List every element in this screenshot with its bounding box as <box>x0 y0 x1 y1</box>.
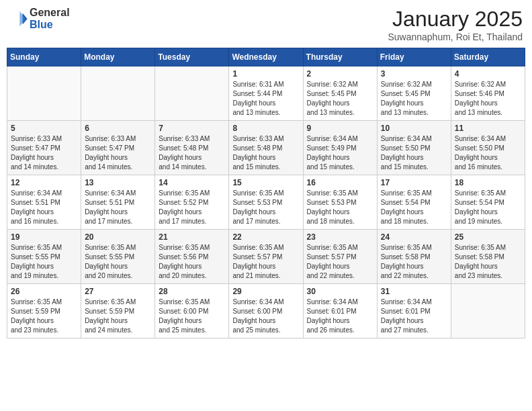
day-number: 30 <box>307 287 373 296</box>
day-number: 3 <box>381 69 447 79</box>
day-info: Sunrise: 6:33 AM Sunset: 5:48 PM Dayligh… <box>159 134 225 172</box>
day-number: 7 <box>159 124 225 133</box>
calendar-cell <box>451 284 525 338</box>
day-number: 25 <box>455 232 521 242</box>
weekday-header-tuesday: Tuesday <box>155 48 229 66</box>
day-number: 9 <box>307 124 373 133</box>
day-info: Sunrise: 6:35 AM Sunset: 5:56 PM Dayligh… <box>159 243 225 281</box>
day-number: 23 <box>307 232 373 242</box>
calendar-cell: 20 Sunrise: 6:35 AM Sunset: 5:55 PM Dayl… <box>81 230 155 284</box>
day-info: Sunrise: 6:35 AM Sunset: 5:57 PM Dayligh… <box>232 243 299 281</box>
day-number: 20 <box>85 232 151 242</box>
calendar-cell: 6 Sunrise: 6:33 AM Sunset: 5:47 PM Dayli… <box>81 121 155 175</box>
calendar-cell: 31 Sunrise: 6:34 AM Sunset: 6:01 PM Dayl… <box>377 284 451 338</box>
calendar-cell <box>81 66 155 121</box>
calendar-week-2: 5 Sunrise: 6:33 AM Sunset: 5:47 PM Dayli… <box>7 121 525 175</box>
logo-general-text: General <box>30 7 70 19</box>
calendar-cell: 17 Sunrise: 6:35 AM Sunset: 5:54 PM Dayl… <box>377 175 451 230</box>
calendar-table: SundayMondayTuesdayWednesdayThursdayFrid… <box>7 48 525 338</box>
day-info: Sunrise: 6:35 AM Sunset: 5:55 PM Dayligh… <box>85 243 151 281</box>
day-info: Sunrise: 6:34 AM Sunset: 5:49 PM Dayligh… <box>307 134 373 172</box>
calendar-cell: 21 Sunrise: 6:35 AM Sunset: 5:56 PM Dayl… <box>155 230 229 284</box>
logo-icon <box>9 9 28 28</box>
day-number: 12 <box>11 178 77 187</box>
day-info: Sunrise: 6:34 AM Sunset: 5:51 PM Dayligh… <box>85 189 151 226</box>
month-title: January 2025 <box>388 7 523 32</box>
calendar-cell: 8 Sunrise: 6:33 AM Sunset: 5:48 PM Dayli… <box>229 121 303 175</box>
day-number: 10 <box>381 124 447 133</box>
day-info: Sunrise: 6:35 AM Sunset: 6:00 PM Dayligh… <box>159 298 225 335</box>
day-number: 4 <box>455 69 521 79</box>
day-number: 27 <box>85 287 151 296</box>
day-number: 22 <box>232 232 299 242</box>
calendar-cell: 10 Sunrise: 6:34 AM Sunset: 5:50 PM Dayl… <box>377 121 451 175</box>
day-number: 6 <box>85 124 151 133</box>
weekday-header-sunday: Sunday <box>7 48 81 66</box>
calendar-cell: 2 Sunrise: 6:32 AM Sunset: 5:45 PM Dayli… <box>303 66 377 121</box>
calendar-cell: 28 Sunrise: 6:35 AM Sunset: 6:00 PM Dayl… <box>155 284 229 338</box>
logo-blue-text: Blue <box>30 19 70 31</box>
day-info: Sunrise: 6:35 AM Sunset: 5:55 PM Dayligh… <box>11 243 77 281</box>
day-number: 14 <box>159 178 225 187</box>
day-info: Sunrise: 6:34 AM Sunset: 6:01 PM Dayligh… <box>307 298 373 335</box>
day-info: Sunrise: 6:35 AM Sunset: 5:53 PM Dayligh… <box>307 189 373 226</box>
day-number: 31 <box>381 287 447 296</box>
day-number: 26 <box>11 287 77 296</box>
calendar-week-1: 1 Sunrise: 6:31 AM Sunset: 5:44 PM Dayli… <box>7 66 525 121</box>
day-number: 24 <box>381 232 447 242</box>
day-number: 2 <box>307 69 373 79</box>
weekday-header-thursday: Thursday <box>303 48 377 66</box>
day-number: 28 <box>159 287 225 296</box>
weekday-header-saturday: Saturday <box>451 48 525 66</box>
day-info: Sunrise: 6:33 AM Sunset: 5:48 PM Dayligh… <box>232 134 299 172</box>
calendar-cell: 27 Sunrise: 6:35 AM Sunset: 5:59 PM Dayl… <box>81 284 155 338</box>
day-info: Sunrise: 6:32 AM Sunset: 5:46 PM Dayligh… <box>455 80 521 118</box>
title-block: January 2025 Suwannaphum, Roi Et, Thaila… <box>388 7 523 42</box>
page-header: General Blue January 2025 Suwannaphum, R… <box>7 7 525 42</box>
day-info: Sunrise: 6:35 AM Sunset: 5:59 PM Dayligh… <box>11 298 77 335</box>
day-info: Sunrise: 6:34 AM Sunset: 6:01 PM Dayligh… <box>381 298 447 335</box>
calendar-cell: 3 Sunrise: 6:32 AM Sunset: 5:45 PM Dayli… <box>377 66 451 121</box>
logo: General Blue <box>9 7 70 30</box>
day-number: 5 <box>11 124 77 133</box>
day-number: 15 <box>232 178 299 187</box>
day-number: 16 <box>307 178 373 187</box>
day-info: Sunrise: 6:35 AM Sunset: 5:52 PM Dayligh… <box>159 189 225 226</box>
calendar-cell: 12 Sunrise: 6:34 AM Sunset: 5:51 PM Dayl… <box>7 175 81 230</box>
day-info: Sunrise: 6:35 AM Sunset: 5:59 PM Dayligh… <box>85 298 151 335</box>
day-number: 1 <box>232 69 299 79</box>
calendar-cell <box>155 66 229 121</box>
calendar-cell: 1 Sunrise: 6:31 AM Sunset: 5:44 PM Dayli… <box>229 66 303 121</box>
day-info: Sunrise: 6:34 AM Sunset: 6:00 PM Dayligh… <box>232 298 299 335</box>
day-number: 29 <box>232 287 299 296</box>
calendar-cell: 23 Sunrise: 6:35 AM Sunset: 5:57 PM Dayl… <box>303 230 377 284</box>
calendar-cell: 5 Sunrise: 6:33 AM Sunset: 5:47 PM Dayli… <box>7 121 81 175</box>
day-info: Sunrise: 6:32 AM Sunset: 5:45 PM Dayligh… <box>307 80 373 118</box>
calendar-cell: 11 Sunrise: 6:34 AM Sunset: 5:50 PM Dayl… <box>451 121 525 175</box>
day-info: Sunrise: 6:31 AM Sunset: 5:44 PM Dayligh… <box>232 80 299 118</box>
day-info: Sunrise: 6:33 AM Sunset: 5:47 PM Dayligh… <box>11 134 77 172</box>
calendar-cell: 18 Sunrise: 6:35 AM Sunset: 5:54 PM Dayl… <box>451 175 525 230</box>
calendar-cell <box>7 66 81 121</box>
svg-marker-1 <box>19 11 25 26</box>
calendar-cell: 25 Sunrise: 6:35 AM Sunset: 5:58 PM Dayl… <box>451 230 525 284</box>
calendar-cell: 24 Sunrise: 6:35 AM Sunset: 5:58 PM Dayl… <box>377 230 451 284</box>
calendar-cell: 14 Sunrise: 6:35 AM Sunset: 5:52 PM Dayl… <box>155 175 229 230</box>
day-info: Sunrise: 6:33 AM Sunset: 5:47 PM Dayligh… <box>85 134 151 172</box>
day-info: Sunrise: 6:35 AM Sunset: 5:58 PM Dayligh… <box>381 243 447 281</box>
day-number: 8 <box>232 124 299 133</box>
weekday-header-row: SundayMondayTuesdayWednesdayThursdayFrid… <box>7 48 525 66</box>
day-number: 21 <box>159 232 225 242</box>
day-info: Sunrise: 6:34 AM Sunset: 5:50 PM Dayligh… <box>381 134 447 172</box>
calendar-cell: 15 Sunrise: 6:35 AM Sunset: 5:53 PM Dayl… <box>229 175 303 230</box>
calendar-week-4: 19 Sunrise: 6:35 AM Sunset: 5:55 PM Dayl… <box>7 230 525 284</box>
calendar-cell: 7 Sunrise: 6:33 AM Sunset: 5:48 PM Dayli… <box>155 121 229 175</box>
day-info: Sunrise: 6:35 AM Sunset: 5:53 PM Dayligh… <box>232 189 299 226</box>
calendar-cell: 9 Sunrise: 6:34 AM Sunset: 5:49 PM Dayli… <box>303 121 377 175</box>
day-number: 11 <box>455 124 521 133</box>
calendar-week-5: 26 Sunrise: 6:35 AM Sunset: 5:59 PM Dayl… <box>7 284 525 338</box>
day-number: 13 <box>85 178 151 187</box>
calendar-cell: 22 Sunrise: 6:35 AM Sunset: 5:57 PM Dayl… <box>229 230 303 284</box>
day-info: Sunrise: 6:34 AM Sunset: 5:50 PM Dayligh… <box>455 134 521 172</box>
day-info: Sunrise: 6:35 AM Sunset: 5:58 PM Dayligh… <box>455 243 521 281</box>
